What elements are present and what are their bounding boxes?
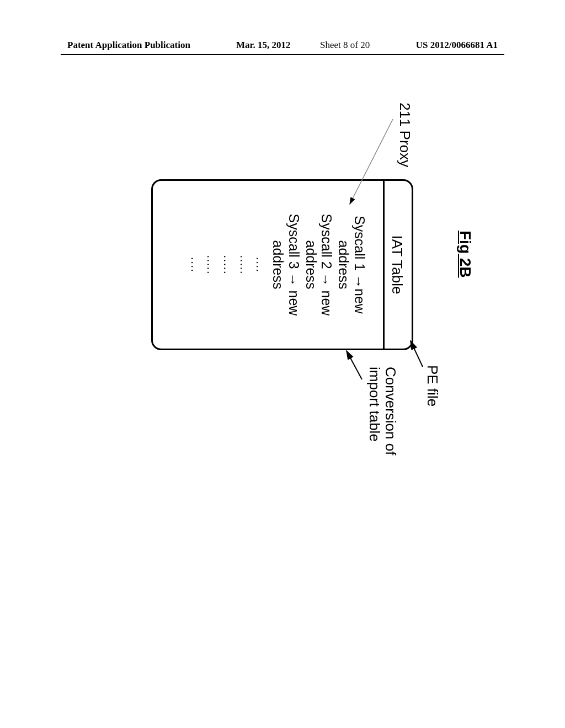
figure-canvas: Fig 2B PE file 211 Proxy Conversion of i… — [0, 0, 565, 565]
figure-title: Fig 2B — [456, 231, 474, 278]
ellipsis-row: ..... — [236, 186, 253, 343]
arrow-right-icon: → — [351, 275, 367, 288]
syscall-right: new — [319, 291, 335, 316]
syscall-left: Syscall 3 — [286, 214, 302, 269]
syscall-left: Syscall 1 — [352, 216, 367, 271]
syscall-row: Syscall 2 → new address — [303, 186, 335, 343]
ellipsis-row: .... — [253, 186, 269, 343]
conversion-label: Conversion of import table — [367, 367, 398, 455]
arrow-conversion — [347, 351, 362, 379]
proxy-label: 211 Proxy — [396, 103, 413, 167]
arrow-right-icon: → — [318, 273, 334, 287]
syscall-row: Syscall 3 → new address — [270, 186, 302, 343]
arrow-pe-file — [411, 341, 423, 367]
syscall-right: new — [352, 288, 367, 314]
syscall-sub: address — [270, 240, 286, 290]
ellipsis-row: ..... — [220, 186, 236, 343]
pe-file-label: PE file — [424, 365, 441, 406]
syscall-left: Syscall 2 — [319, 214, 335, 269]
syscall-row: Syscall 1 →new address — [336, 186, 368, 343]
syscall-sub: address — [336, 240, 351, 290]
ellipsis-row: .... — [187, 186, 204, 343]
syscall-sub: address — [303, 240, 319, 290]
conversion-label-line2: import table — [366, 367, 383, 442]
arrow-right-icon: → — [285, 273, 301, 287]
conversion-label-line1: Conversion of — [382, 367, 399, 455]
ellipsis-row: ..... — [204, 186, 220, 343]
iat-table-box: IAT Table Syscall 1 →new address Syscall… — [151, 179, 413, 350]
iat-table-body: Syscall 1 →new address Syscall 2 → new a… — [182, 181, 383, 349]
syscall-right: new — [286, 291, 302, 316]
iat-table-header: IAT Table — [383, 181, 412, 349]
